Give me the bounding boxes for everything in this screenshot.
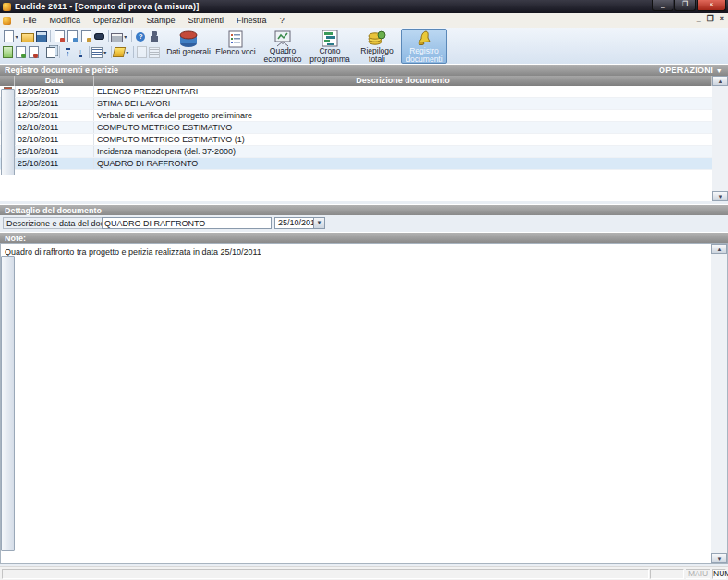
user-icon[interactable] [148,30,161,43]
paste-icon[interactable] [53,30,66,43]
print-icon[interactable] [111,30,124,43]
find-icon[interactable] [93,30,106,43]
description-column-header[interactable]: Descrizione documento [94,76,712,86]
table-row[interactable]: 02/10/2011 COMPUTO METRICO ESTIMATIVO [0,122,712,134]
date-column-header[interactable]: Data [15,76,94,86]
disabled-tool-icon [136,46,148,59]
list-page-icon [224,30,247,48]
bell-icon [413,30,435,47]
table-scroll-down-button[interactable]: ▼ [712,191,728,201]
table-scrollbar-track[interactable] [712,86,728,191]
table-row[interactable]: 12/05/2011 STIMA DEI LAVORI [0,98,712,110]
application-window: Euclide 2011 - [Computo di prova (a misu… [0,0,728,580]
detail-row: Descrizione e data del documento: QUADRO… [0,215,728,232]
nav-crono-programma-button[interactable]: Crono programma [307,29,353,64]
duplicate-icon[interactable] [44,46,56,59]
registry-section-header: Registro documenti e perizie OPERAZIONI … [0,64,728,76]
status-extra-panel [650,569,684,579]
navigation-buttons: Dati generali Elenco voci Quadro economi… [165,29,448,64]
coins-icon [366,30,388,47]
document-table: 12/05/2010 ELENCO PREZZI UNITARI 12/05/2… [0,86,712,201]
chevron-down-icon: ▼ [716,67,722,74]
notes-scrollbar-track[interactable] [711,254,727,553]
status-message-panel [2,569,649,579]
disabled-tool-icon-2 [149,46,161,59]
date-dropdown-icon[interactable]: ▼ [313,218,324,228]
insert-document-icon[interactable] [3,46,15,59]
copy-icon[interactable] [67,30,79,43]
notes-scrollbar-thumb[interactable] [1,256,15,551]
window-title: Euclide 2011 - [Computo di prova (a misu… [15,2,199,11]
move-top-icon[interactable]: ↑ [62,46,74,59]
table-header: Data Descrizione documento [0,76,712,86]
new-document-icon[interactable] [3,30,16,43]
menu-modifica[interactable]: Modifica [43,14,88,27]
close-button[interactable]: × [697,0,726,11]
list-view-icon[interactable] [91,46,103,59]
small-toolbar: ▾ ▾ ? ↑ [2,29,161,60]
nav-dati-generali-button[interactable]: Dati generali [165,29,212,64]
registry-title: Registro documenti e perizie [5,66,118,75]
notes-text: Quadro di raffronto tra progetto e periz… [1,244,727,261]
print-dropdown-icon[interactable]: ▾ [124,33,129,40]
icon-column-header [0,76,15,86]
move-bottom-icon[interactable]: ↓ [75,46,87,59]
num-lock-indicator: NUM [712,569,726,579]
app-icon [3,3,11,11]
database-icon [177,30,200,48]
notes-scroll-down-button[interactable]: ▼ [711,553,727,563]
toolbar: ▾ ▾ ? ↑ [0,28,728,65]
table-row[interactable]: 02/10/2011 COMPUTO METRICO ESTIMATIVO (1… [0,134,712,146]
menu-file[interactable]: File [17,14,43,27]
description-input[interactable]: QUADRO DI RAFFRONTO [102,217,272,229]
bar-chart-icon [319,30,341,47]
nav-registro-documenti-button[interactable]: Registro documenti [401,29,447,64]
mdi-minimize-button[interactable]: _ [697,14,701,23]
notes-scroll-up-button[interactable]: ▲ [711,244,727,254]
date-combobox[interactable]: 25/10/2011 ▼ [274,217,325,229]
highlight-dropdown-icon[interactable]: ▾ [126,49,130,55]
table-scrollbar-thumb[interactable] [1,89,15,175]
menu-strumenti[interactable]: Strumenti [182,14,231,27]
easel-icon [272,30,294,47]
table-row[interactable]: 25/10/2011 Incidenza manodopera (del. 37… [0,146,712,158]
nav-quadro-economico-button[interactable]: Quadro economico [260,29,306,64]
add-document-icon[interactable] [15,46,27,59]
notes-textarea[interactable]: Quadro di raffronto tra progetto e periz… [0,243,728,564]
lock-document-icon[interactable] [28,46,40,59]
table-scroll-up-button[interactable]: ▲ [712,76,728,86]
nav-elenco-voci-button[interactable]: Elenco voci [212,29,259,64]
highlight-icon[interactable] [114,46,126,59]
new-dropdown-icon[interactable]: ▾ [16,33,21,40]
minimize-button[interactable]: _ [652,0,673,11]
status-bar: MAIU NUM [0,566,728,580]
menu-stampe[interactable]: Stampe [140,14,182,27]
table-row-selected[interactable]: 25/10/2011 QUADRO DI RAFFRONTO [0,158,712,170]
save-icon[interactable] [35,30,48,43]
menu-bar: File Modifica Operazioni Stampe Strument… [0,13,728,29]
nav-riepilogo-totali-button[interactable]: Riepilogo totali [354,29,400,64]
menu-help[interactable]: ? [273,14,291,27]
table-row[interactable]: 12/05/2011 Verbale di verifica del proge… [0,110,712,122]
table-row[interactable]: 12/05/2010 ELENCO PREZZI UNITARI [0,86,712,98]
replace-icon[interactable] [79,30,92,43]
document-app-icon [3,17,11,25]
restore-button[interactable]: ❐ [674,0,696,11]
title-bar: Euclide 2011 - [Computo di prova (a misu… [0,0,728,13]
mdi-restore-button[interactable]: ❐ [707,14,714,23]
mdi-close-button[interactable]: × [720,14,724,23]
help-icon[interactable]: ? [134,30,147,43]
open-icon[interactable] [21,30,34,43]
menu-operazioni[interactable]: Operazioni [87,14,140,27]
caps-lock-indicator: MAIU [686,569,710,579]
list-dropdown-icon[interactable]: ▾ [103,49,108,55]
menu-finestra[interactable]: Finestra [230,14,273,27]
